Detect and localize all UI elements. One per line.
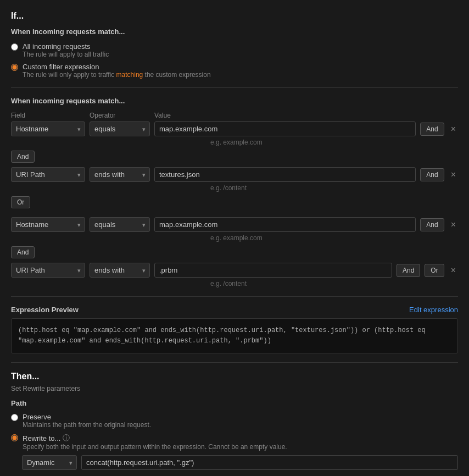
all-requests-label: All incoming requests	[23, 42, 109, 51]
hint-3: e.g. example.com	[11, 234, 458, 242]
divider-3	[11, 362, 458, 363]
operator-select-1[interactable]: equals contains starts with ends with	[90, 121, 150, 136]
then-title: Then...	[11, 372, 458, 381]
rewrite-to-label: Rewrite to...	[23, 434, 60, 442]
custom-filter-label: Custom filter expression	[23, 63, 211, 71]
col-value-header: Value	[154, 112, 458, 119]
remove-row-1[interactable]: ×	[449, 124, 458, 135]
field-select-3[interactable]: Hostname URI Path URI Query	[11, 217, 85, 232]
value-input-4[interactable]	[154, 263, 392, 278]
filter-row-3: Hostname URI Path URI Query equals conta…	[11, 217, 458, 232]
value-input-3[interactable]	[154, 217, 416, 232]
operator-select-2[interactable]: equals contains starts with ends with	[90, 167, 150, 182]
filter-row-group-4: Hostname URI Path URI Query equals conta…	[11, 263, 458, 287]
preserve-label: Preserve	[23, 413, 151, 421]
value-input-1[interactable]	[154, 121, 416, 136]
when-title-1: When incoming requests match...	[11, 27, 458, 36]
rewrite-row: Dynamic Static	[22, 455, 458, 470]
col-headers: Field Operator Value	[11, 112, 458, 119]
field-select-wrapper-4: Hostname URI Path URI Query	[11, 263, 85, 278]
rewrite-to-sub: Specify both the input and output patter…	[23, 443, 287, 451]
rewrite-option[interactable]: Rewrite to... ⓘ Specify both the input a…	[11, 433, 458, 451]
and-btn-4[interactable]: And	[397, 264, 420, 277]
and-btn-1[interactable]: And	[420, 123, 444, 136]
hint-4: e.g. /content	[11, 280, 458, 287]
filter-builder-section: When incoming requests match... Field Op…	[11, 97, 458, 287]
col-field-header: Field	[11, 112, 85, 119]
and-label-2[interactable]: And	[11, 246, 35, 258]
remove-row-3[interactable]: ×	[449, 219, 458, 230]
and-label-1[interactable]: And	[11, 151, 35, 163]
expression-text: (http.host eq "map.example.com" and ends…	[18, 326, 426, 345]
operator-select-wrapper-4: equals contains starts with ends with	[90, 263, 150, 278]
and-btn-2[interactable]: And	[420, 168, 444, 181]
field-select-wrapper-2: Hostname URI Path URI Query	[11, 167, 85, 182]
field-select-wrapper-3: Hostname URI Path URI Query	[11, 217, 85, 232]
field-select-2[interactable]: Hostname URI Path URI Query	[11, 167, 85, 182]
value-input-2[interactable]	[154, 167, 416, 182]
expression-preview-section: Expression Preview Edit expression (http…	[11, 306, 458, 353]
expression-header: Expression Preview Edit expression	[11, 306, 458, 314]
matching-link[interactable]: matching	[116, 71, 143, 79]
or-label-1[interactable]: Or	[11, 196, 30, 208]
field-select-wrapper-1: Hostname URI Path URI Query IP Source Ad…	[11, 121, 85, 136]
divider-1	[11, 87, 458, 88]
rewrite-radio[interactable]	[11, 434, 18, 441]
preserve-option[interactable]: Preserve Maintains the path from the ori…	[11, 413, 458, 429]
operator-select-wrapper-3: equals contains starts with ends with	[90, 217, 150, 232]
hint-1: e.g. example.com	[11, 139, 458, 146]
all-requests-sub: The rule will apply to all traffic	[23, 51, 109, 58]
when-title-2: When incoming requests match...	[11, 97, 458, 105]
all-requests-option[interactable]: All incoming requests The rule will appl…	[11, 42, 458, 58]
dynamic-select-wrapper: Dynamic Static	[22, 455, 77, 470]
main-container: If... When incoming requests match... Al…	[11, 11, 458, 470]
filter-row-group-3: Hostname URI Path URI Query equals conta…	[11, 217, 458, 242]
field-select-1[interactable]: Hostname URI Path URI Query IP Source Ad…	[11, 121, 85, 136]
or-separator: Or	[11, 196, 458, 213]
edit-expression-link[interactable]: Edit expression	[409, 306, 458, 314]
divider-2	[11, 296, 458, 297]
path-label: Path	[11, 399, 458, 407]
or-btn-4[interactable]: Or	[425, 264, 444, 277]
then-section: Then... Set Rewrite parameters Path Pres…	[11, 372, 458, 470]
custom-filter-sub: The rule will only apply to traffic matc…	[23, 71, 211, 79]
remove-row-2[interactable]: ×	[449, 169, 458, 180]
custom-filter-radio[interactable]	[11, 64, 18, 71]
preserve-radio[interactable]	[11, 414, 18, 421]
remove-row-4[interactable]: ×	[449, 265, 458, 276]
filter-row-4: Hostname URI Path URI Query equals conta…	[11, 263, 458, 278]
when-section-1: When incoming requests match... All inco…	[11, 27, 458, 79]
filter-row-1: Hostname URI Path URI Query IP Source Ad…	[11, 121, 458, 136]
operator-select-wrapper-1: equals contains starts with ends with	[90, 121, 150, 136]
col-operator-header: Operator	[90, 112, 150, 119]
operator-select-wrapper-2: equals contains starts with ends with	[90, 167, 150, 182]
set-rewrite-label: Set Rewrite parameters	[11, 385, 458, 392]
and-connector-1: And	[11, 151, 458, 167]
page-title: If...	[11, 11, 458, 21]
operator-select-3[interactable]: equals contains starts with ends with	[90, 217, 150, 232]
all-requests-radio[interactable]	[11, 43, 18, 51]
and-btn-3[interactable]: And	[420, 218, 444, 231]
hint-2: e.g. /content	[11, 184, 458, 192]
operator-select-4[interactable]: equals contains starts with ends with	[90, 263, 150, 278]
field-select-4[interactable]: Hostname URI Path URI Query	[11, 263, 85, 278]
preserve-sub: Maintains the path from the original req…	[23, 421, 151, 429]
filter-row-group-1: Hostname URI Path URI Query IP Source Ad…	[11, 121, 458, 146]
expression-preview-title: Expression Preview	[11, 306, 79, 314]
info-icon: ⓘ	[63, 433, 70, 443]
expression-box: (http.host eq "map.example.com" and ends…	[11, 318, 458, 353]
filter-row-group-2: Hostname URI Path URI Query equals conta…	[11, 167, 458, 192]
path-section: Path Preserve Maintains the path from th…	[11, 399, 458, 470]
filter-row-2: Hostname URI Path URI Query equals conta…	[11, 167, 458, 182]
and-connector-2: And	[11, 246, 458, 263]
dynamic-value-input[interactable]	[81, 455, 458, 470]
dynamic-select[interactable]: Dynamic Static	[22, 455, 77, 470]
custom-filter-option[interactable]: Custom filter expression The rule will o…	[11, 63, 458, 79]
